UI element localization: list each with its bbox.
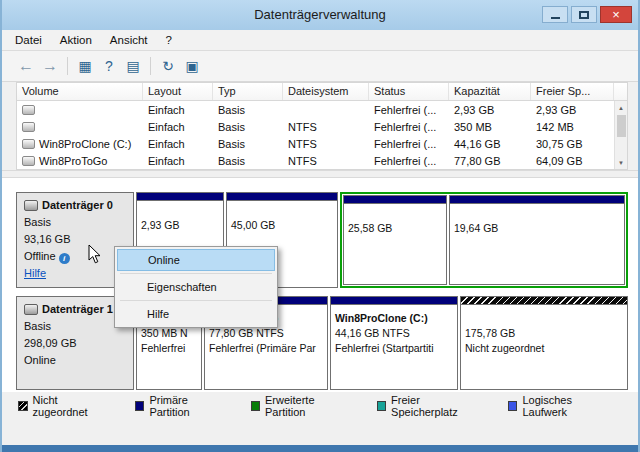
context-menu-item-eigenschaften[interactable]: Eigenschaften — [117, 276, 275, 298]
context-menu-item-hilfe[interactable]: Hilfe — [117, 303, 275, 325]
legend-item-free-space: Freier Speicherplatz — [377, 394, 484, 418]
legend-label: Logisches Laufwerk — [522, 394, 614, 418]
column-header-dateisystem[interactable]: Dateisystem — [283, 83, 369, 100]
partition-name — [348, 206, 442, 221]
partition-status: Nicht zugeordnet — [465, 341, 623, 356]
cell-dateisystem: NTFS — [283, 155, 369, 167]
disk-type: Basis — [24, 214, 126, 231]
help-button[interactable]: ? — [97, 55, 121, 77]
properties-button[interactable]: ▣ — [180, 55, 204, 77]
cell-status: Fehlerfrei (... — [369, 104, 449, 116]
partition-name — [231, 203, 333, 218]
show-action-pane-button[interactable]: ▤ — [121, 55, 145, 77]
cell-kapazitaet: 44,16 GB — [449, 138, 531, 150]
table-row[interactable]: Einfach Basis NTFS Fehlerfrei (... 350 M… — [17, 118, 614, 135]
legend-bar: Nicht zugeordnet Primäre Partition Erwei… — [2, 392, 638, 420]
refresh-button[interactable]: ↻ — [156, 55, 180, 77]
disk-0-row: Datenträger 0 Basis 93,16 GB Offlinei Hi… — [16, 192, 628, 288]
cell-layout: Einfach — [143, 138, 213, 150]
partition[interactable]: 19,64 GB — [449, 195, 625, 285]
disk-name: Datenträger 1 — [42, 301, 113, 318]
cell-freier-speicher: 64,09 GB — [531, 155, 614, 167]
cell-volume: Win8ProToGo — [17, 155, 143, 167]
back-button[interactable]: ← — [14, 55, 38, 77]
partition-status — [348, 236, 442, 251]
help-icon: ? — [105, 58, 113, 74]
scroll-up-icon[interactable]: ▲ — [615, 101, 628, 114]
legend-swatch-extended — [251, 401, 261, 411]
column-header-freier-speicher[interactable]: Freier Sp... — [531, 83, 614, 100]
scroll-thumb[interactable] — [617, 115, 626, 137]
cell-kapazitaet: 2,93 GB — [449, 104, 531, 116]
legend-swatch-primary — [135, 401, 145, 411]
partition-size: 19,64 GB — [454, 221, 620, 236]
partition-size: 175,78 GB — [465, 326, 623, 341]
partition-header — [137, 193, 223, 201]
column-header-typ[interactable]: Typ — [213, 83, 283, 100]
toolbar-separator — [67, 57, 68, 75]
column-header-status[interactable]: Status — [369, 83, 449, 100]
table-row[interactable]: Win8ProToGo Einfach Basis NTFS Fehlerfre… — [17, 152, 614, 169]
volume-icon — [22, 139, 35, 149]
minimize-button[interactable] — [542, 6, 568, 23]
disk-icon — [24, 304, 38, 315]
volume-icon — [22, 105, 35, 115]
column-header-kapazitaet[interactable]: Kapazität — [449, 83, 531, 100]
maximize-icon — [579, 11, 589, 19]
cell-typ: Basis — [213, 138, 283, 150]
table-scrollbar[interactable]: ▲ ▼ — [614, 101, 627, 169]
context-menu-item-online[interactable]: Online — [117, 249, 275, 271]
window-bottom-border — [2, 445, 638, 452]
partition-unallocated[interactable]: 175,78 GB Nicht zugeordnet — [460, 296, 628, 390]
partition-name — [141, 203, 219, 218]
legend-swatch-unallocated — [18, 401, 28, 411]
forward-button[interactable]: → — [38, 55, 62, 77]
partition-status — [454, 236, 620, 251]
cell-layout: Einfach — [143, 121, 213, 133]
partition[interactable]: Win8ProClone (C:) 44,16 GB NTFS Fehlerfr… — [330, 296, 458, 390]
cell-typ: Basis — [213, 121, 283, 133]
partition-header — [344, 196, 446, 204]
partition-name: Win8ProClone (C:) — [335, 311, 453, 326]
cell-layout: Einfach — [143, 155, 213, 167]
menu-hilfe[interactable]: ? — [157, 31, 181, 49]
volume-icon — [22, 122, 35, 132]
disk-icon — [24, 200, 38, 211]
partition[interactable]: 25,58 GB — [343, 195, 447, 285]
legend-item-primary: Primäre Partition — [135, 394, 227, 418]
toolbar: ← → ▦ ? ▤ ↻ ▣ — [2, 51, 638, 82]
column-header-volume[interactable]: Volume — [17, 83, 143, 100]
cell-typ: Basis — [213, 104, 283, 116]
disk-name: Datenträger 0 — [42, 197, 113, 214]
cell-volume — [17, 104, 143, 116]
menu-aktion[interactable]: Aktion — [51, 31, 101, 49]
pane-splitter[interactable] — [2, 170, 638, 178]
column-header-layout[interactable]: Layout — [143, 83, 213, 100]
disk-1-row: Datenträger 1 Basis 298,09 GB Online 350… — [16, 296, 628, 390]
extended-partition: 25,58 GB 19,64 GB — [340, 192, 628, 288]
titlebar[interactable]: Datenträgerverwaltung × — [2, 0, 638, 30]
close-button[interactable]: × — [600, 6, 632, 23]
legend-label: Nicht zugeordnet — [33, 394, 111, 418]
partition-name — [465, 311, 623, 326]
disk-help-link[interactable]: Hilfe — [24, 267, 46, 279]
window-controls: × — [542, 6, 632, 23]
action-pane-icon: ▤ — [126, 58, 139, 74]
scroll-down-icon[interactable]: ▼ — [615, 156, 628, 169]
cell-status: Fehlerfrei (... — [369, 121, 449, 133]
context-menu-separator — [120, 273, 272, 274]
cell-volume: Win8ProClone (C:) — [17, 138, 143, 150]
table-row[interactable]: Einfach Basis Fehlerfrei (... 2,93 GB 2,… — [17, 101, 614, 118]
partition-status: Fehlerfrei (Primäre Par — [209, 341, 323, 356]
menu-datei[interactable]: Datei — [6, 31, 51, 49]
minimize-icon — [551, 17, 560, 19]
maximize-button[interactable] — [571, 6, 597, 23]
partition-size: 2,93 GB — [141, 218, 219, 233]
legend-label: Primäre Partition — [149, 394, 226, 418]
legend-item-extended: Erweiterte Partition — [251, 394, 353, 418]
cell-dateisystem: NTFS — [283, 121, 369, 133]
cell-freier-speicher: 142 MB — [531, 121, 614, 133]
menu-ansicht[interactable]: Ansicht — [101, 31, 157, 49]
table-row[interactable]: Win8ProClone (C:) Einfach Basis NTFS Feh… — [17, 135, 614, 152]
show-console-tree-button[interactable]: ▦ — [73, 55, 97, 77]
